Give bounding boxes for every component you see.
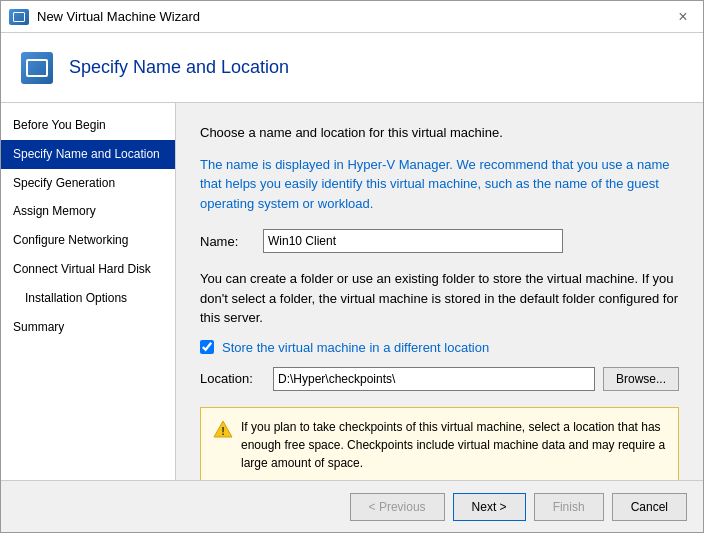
window-title: New Virtual Machine Wizard bbox=[37, 9, 200, 24]
main-content: Choose a name and location for this virt… bbox=[176, 103, 703, 480]
location-row: Location: Browse... bbox=[200, 367, 679, 391]
page-title: Specify Name and Location bbox=[69, 57, 289, 78]
intro-text: Choose a name and location for this virt… bbox=[200, 123, 679, 143]
titlebar-left: New Virtual Machine Wizard bbox=[9, 9, 200, 25]
sidebar-item-specify-generation[interactable]: Specify Generation bbox=[1, 169, 175, 198]
sidebar-item-installation-options[interactable]: Installation Options bbox=[1, 284, 175, 313]
wizard-footer: < Previous Next > Finish Cancel bbox=[1, 480, 703, 532]
sidebar-item-assign-memory[interactable]: Assign Memory bbox=[1, 197, 175, 226]
previous-button[interactable]: < Previous bbox=[350, 493, 445, 521]
warning-box: ! If you plan to take checkpoints of thi… bbox=[200, 407, 679, 481]
name-field-row: Name: bbox=[200, 229, 679, 253]
header-icon bbox=[21, 52, 53, 84]
name-label: Name: bbox=[200, 234, 255, 249]
store-location-label[interactable]: Store the virtual machine in a different… bbox=[222, 340, 489, 355]
warning-icon: ! bbox=[213, 419, 233, 439]
name-input[interactable] bbox=[263, 229, 563, 253]
location-label: Location: bbox=[200, 371, 265, 386]
sidebar-item-configure-networking[interactable]: Configure Networking bbox=[1, 226, 175, 255]
sidebar-item-connect-virtual-hard-disk[interactable]: Connect Virtual Hard Disk bbox=[1, 255, 175, 284]
browse-button[interactable]: Browse... bbox=[603, 367, 679, 391]
titlebar: New Virtual Machine Wizard × bbox=[1, 1, 703, 33]
location-input[interactable] bbox=[273, 367, 595, 391]
sidebar-item-summary[interactable]: Summary bbox=[1, 313, 175, 342]
folder-text: You can create a folder or use an existi… bbox=[200, 269, 679, 328]
finish-button[interactable]: Finish bbox=[534, 493, 604, 521]
close-button[interactable]: × bbox=[671, 5, 695, 29]
app-icon bbox=[9, 9, 29, 25]
cancel-button[interactable]: Cancel bbox=[612, 493, 687, 521]
info-text: The name is displayed in Hyper-V Manager… bbox=[200, 155, 679, 214]
wizard-window: New Virtual Machine Wizard × Specify Nam… bbox=[0, 0, 704, 533]
store-location-checkbox[interactable] bbox=[200, 340, 214, 354]
svg-text:!: ! bbox=[221, 424, 225, 436]
next-button[interactable]: Next > bbox=[453, 493, 526, 521]
content-area: Before You Begin Specify Name and Locati… bbox=[1, 103, 703, 480]
wizard-header: Specify Name and Location bbox=[1, 33, 703, 103]
sidebar-item-specify-name-location[interactable]: Specify Name and Location bbox=[1, 140, 175, 169]
store-location-row: Store the virtual machine in a different… bbox=[200, 340, 679, 355]
sidebar-item-before-you-begin[interactable]: Before You Begin bbox=[1, 111, 175, 140]
sidebar: Before You Begin Specify Name and Locati… bbox=[1, 103, 176, 480]
warning-text: If you plan to take checkpoints of this … bbox=[241, 418, 666, 472]
